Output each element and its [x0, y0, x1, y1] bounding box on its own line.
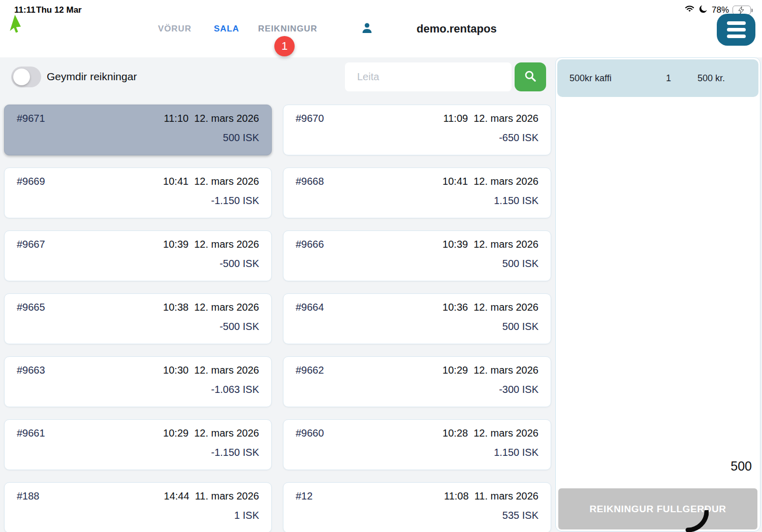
invoice-id: #9665 — [17, 302, 45, 313]
nav-tab-sala[interactable]: SALA — [214, 24, 239, 34]
invoice-date: 12. mars 2026 — [194, 302, 259, 313]
search-icon — [524, 70, 537, 84]
search-input[interactable] — [345, 62, 512, 91]
invoice-amount: -500 ISK — [17, 321, 259, 332]
cart-panel: 500kr kaffi 1 500 kr. 500 REIKNINGUR FUL… — [555, 57, 760, 531]
store-title: demo.rentapos — [417, 22, 497, 36]
invoice-amount: 1.150 ISK — [296, 447, 538, 458]
invoice-date: 12. mars 2026 — [473, 427, 538, 439]
invoice-time: 11:10 — [164, 113, 189, 124]
invoice-date: 12. mars 2026 — [194, 176, 259, 187]
invoice-card[interactable]: #9667 10:39 12. mars 2026 -500 ISK — [4, 230, 272, 281]
invoice-amount: -650 ISK — [296, 132, 538, 144]
invoice-time: 10:28 — [442, 427, 468, 439]
invoice-date: 12. mars 2026 — [194, 427, 259, 439]
invoice-complete-button[interactable]: REIKNINGUR FULLGERÐUR — [558, 488, 757, 529]
invoice-card[interactable]: #188 14:44 11. mars 2026 1 ISK — [4, 482, 272, 532]
invoice-card[interactable]: #9671 11:10 12. mars 2026 500 ISK — [4, 105, 272, 155]
invoice-time: 10:41 — [163, 176, 188, 187]
invoice-amount: 535 ISK — [296, 510, 538, 521]
invoice-date: 12. mars 2026 — [473, 302, 538, 313]
invoice-date: 12. mars 2026 — [473, 176, 538, 187]
invoice-date: 12. mars 2026 — [473, 239, 538, 250]
invoice-list: #9671 11:10 12. mars 2026 500 ISK #9670 … — [4, 105, 551, 532]
invoice-id: #188 — [17, 490, 40, 502]
saved-invoices-toggle-label: Geymdir reikningar — [47, 71, 137, 83]
invoice-id: #9666 — [296, 239, 324, 250]
invoice-id: #9661 — [17, 427, 45, 439]
cart-total: 500 — [731, 459, 752, 474]
invoice-card[interactable]: #9664 10:36 12. mars 2026 500 ISK — [283, 293, 551, 344]
invoice-date: 12. mars 2026 — [473, 364, 538, 376]
invoice-time: 14:44 — [164, 490, 189, 502]
wifi-icon — [684, 5, 695, 15]
cart-item-row[interactable]: 500kr kaffi 1 500 kr. — [557, 59, 758, 97]
invoice-date: 12. mars 2026 — [473, 113, 538, 124]
invoice-card[interactable]: #9670 11:09 12. mars 2026 -650 ISK — [283, 105, 551, 155]
invoice-card[interactable]: #9665 10:38 12. mars 2026 -500 ISK — [4, 293, 272, 344]
cart-item-qty: 1 — [640, 73, 697, 84]
invoice-card[interactable]: #9663 10:30 12. mars 2026 -1.063 ISK — [4, 356, 272, 407]
invoice-amount: 500 ISK — [296, 258, 538, 270]
invoice-time: 10:29 — [163, 427, 188, 439]
invoice-date: 11. mars 2026 — [474, 490, 538, 502]
status-date: Thu 12 Mar — [36, 5, 82, 15]
saved-invoices-toggle[interactable] — [11, 66, 41, 87]
invoice-id: #9669 — [17, 176, 45, 187]
invoice-id: #9663 — [17, 364, 45, 376]
invoice-amount: -1.150 ISK — [17, 447, 259, 458]
invoice-date: 11. mars 2026 — [195, 490, 259, 502]
invoice-time: 10:36 — [442, 302, 468, 313]
cart-item-name: 500kr kaffi — [569, 73, 640, 84]
invoice-card[interactable]: #9666 10:39 12. mars 2026 500 ISK — [283, 230, 551, 281]
reikningur-count-badge: 1 — [274, 36, 295, 56]
invoice-id: #9660 — [296, 427, 324, 439]
invoice-time: 10:29 — [442, 364, 468, 376]
search-button[interactable] — [515, 62, 546, 91]
invoice-id: #9662 — [296, 364, 324, 376]
invoice-id: #9670 — [296, 113, 324, 124]
invoice-time: 11:09 — [443, 113, 468, 124]
invoice-time: 10:39 — [163, 239, 188, 250]
moon-icon — [698, 4, 708, 16]
invoice-id: #9667 — [17, 239, 45, 250]
invoice-card[interactable]: #9669 10:41 12. mars 2026 -1.150 ISK — [4, 168, 272, 218]
invoice-date: 12. mars 2026 — [194, 364, 259, 376]
app-screen: 11:11 Thu 12 Mar 78% — [0, 0, 762, 532]
invoice-card[interactable]: #9668 10:41 12. mars 2026 1.150 ISK — [283, 168, 551, 218]
invoice-amount: 1.150 ISK — [296, 195, 538, 207]
invoice-amount: -500 ISK — [17, 258, 259, 270]
nav-tab-vorur[interactable]: VÖRUR — [158, 24, 192, 34]
invoice-card[interactable]: #12 11:08 11. mars 2026 535 ISK — [283, 482, 551, 532]
invoice-amount: -1.063 ISK — [17, 384, 259, 395]
hamburger-menu-button[interactable] — [717, 14, 755, 46]
invoice-card[interactable]: #9660 10:28 12. mars 2026 1.150 ISK — [283, 419, 551, 470]
invoice-date: 12. mars 2026 — [194, 239, 259, 250]
invoice-time: 10:30 — [163, 364, 188, 376]
battery-icon — [733, 6, 751, 15]
invoice-amount: 500 ISK — [296, 321, 538, 332]
invoice-card[interactable]: #9662 10:29 12. mars 2026 -300 ISK — [283, 356, 551, 407]
invoice-id: #9664 — [296, 302, 324, 313]
invoice-amount: 500 ISK — [17, 132, 259, 144]
header: 11:11 Thu 12 Mar 78% — [0, 0, 762, 57]
invoice-id: #9668 — [296, 176, 324, 187]
invoice-amount: 1 ISK — [17, 510, 259, 521]
status-time: 11:11 — [14, 5, 36, 15]
invoice-time: 10:39 — [442, 239, 468, 250]
cart-item-price: 500 kr. — [697, 73, 746, 84]
user-icon[interactable] — [361, 21, 373, 37]
loading-spinner-arc — [684, 510, 709, 532]
invoice-amount: -300 ISK — [296, 384, 538, 395]
mouse-cursor — [9, 14, 23, 39]
invoice-amount: -1.150 ISK — [17, 195, 259, 207]
nav-tab-reikningur[interactable]: REIKNINGUR — [258, 24, 318, 34]
invoice-card[interactable]: #9661 10:29 12. mars 2026 -1.150 ISK — [4, 419, 272, 470]
invoice-id: #9671 — [17, 113, 45, 124]
invoice-time: 10:38 — [163, 302, 188, 313]
invoice-time: 11:08 — [444, 490, 469, 502]
invoice-time: 10:41 — [442, 176, 468, 187]
invoice-id: #12 — [296, 490, 312, 502]
cart-item-list: 500kr kaffi 1 500 kr. — [556, 58, 760, 98]
invoice-date: 12. mars 2026 — [194, 113, 259, 124]
